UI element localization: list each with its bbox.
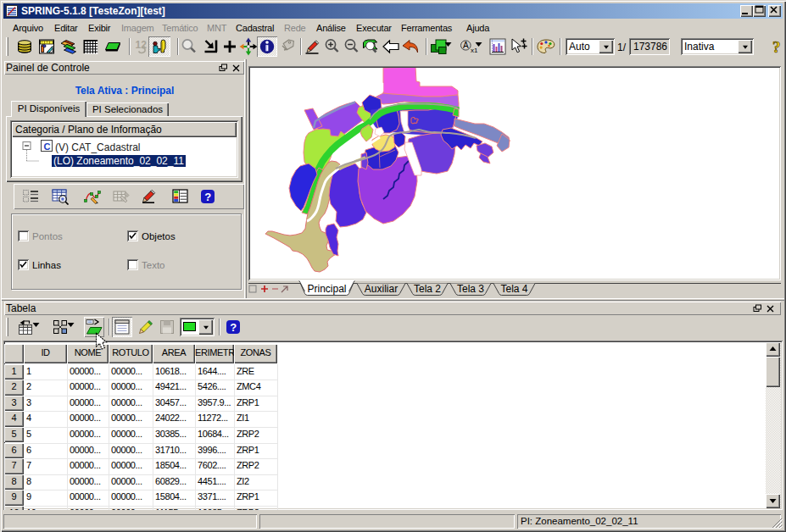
svg-text:?: ? xyxy=(772,38,781,56)
svg-text:Principal: Principal xyxy=(307,283,346,295)
svg-text:?: ? xyxy=(230,321,237,334)
svg-text:Auxiliar: Auxiliar xyxy=(365,283,398,295)
svg-text:Tela 3: Tela 3 xyxy=(457,283,484,295)
svg-text:Tela 4: Tela 4 xyxy=(500,283,527,295)
svg-text:C: C xyxy=(44,141,51,152)
svg-text:?: ? xyxy=(204,191,211,203)
svg-text:x1: x1 xyxy=(471,47,478,54)
svg-text:A: A xyxy=(463,41,469,50)
svg-text:Tela 2: Tela 2 xyxy=(414,283,441,295)
